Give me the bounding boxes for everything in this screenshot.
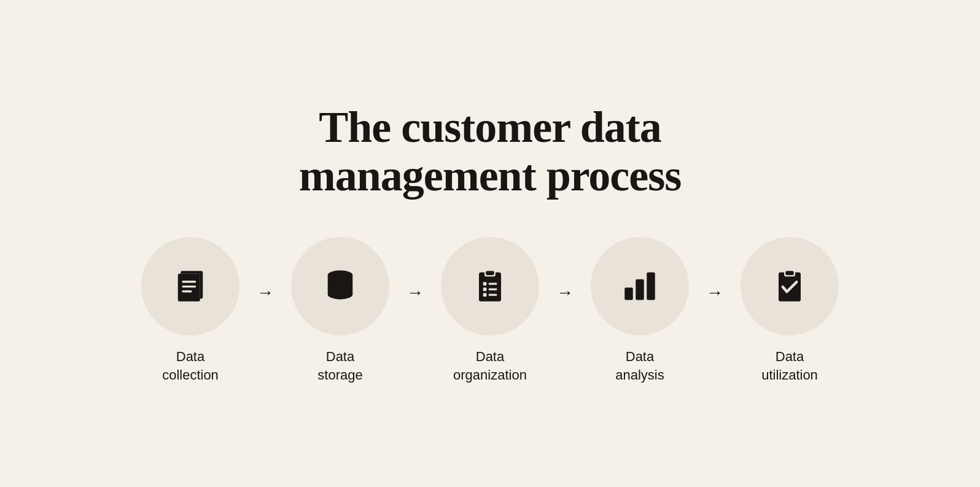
svg-rect-15 (486, 271, 494, 275)
circle-storage (291, 237, 389, 335)
step-storage: Data storage (279, 237, 402, 384)
svg-rect-22 (624, 287, 633, 300)
svg-rect-19 (489, 288, 497, 290)
clipboard-check-icon (768, 264, 812, 308)
svg-rect-5 (182, 290, 192, 292)
svg-rect-18 (483, 287, 487, 291)
step-analysis: Data analysis (578, 237, 701, 384)
circle-organization (441, 237, 539, 335)
svg-rect-17 (489, 282, 497, 284)
label-collection: Data collection (162, 348, 219, 384)
database-icon (318, 264, 362, 308)
page-title: The customer data management process (299, 103, 682, 200)
svg-rect-13 (479, 273, 501, 302)
bar-chart-icon (618, 264, 662, 308)
circle-collection (141, 237, 239, 335)
arrow-1: → (257, 282, 274, 302)
svg-rect-3 (182, 281, 196, 282)
svg-point-12 (328, 290, 353, 300)
svg-rect-4 (182, 286, 196, 287)
arrow-2: → (406, 282, 424, 302)
label-organization: Data organization (453, 348, 527, 384)
process-flow: Data collection → Data storage → (129, 237, 851, 384)
svg-rect-23 (636, 279, 644, 300)
svg-rect-27 (785, 271, 794, 275)
svg-rect-20 (483, 293, 487, 297)
label-storage: Data storage (317, 348, 362, 384)
label-analysis: Data analysis (615, 348, 664, 384)
label-utilization: Data utilization (761, 348, 818, 384)
arrow-4: → (706, 282, 723, 302)
documents-icon (168, 264, 212, 308)
step-organization: Data organization (429, 237, 551, 384)
circle-analysis (591, 237, 689, 335)
circle-utilization (741, 237, 839, 335)
clipboard-list-icon (468, 264, 512, 308)
step-collection: Data collection (129, 237, 252, 384)
svg-rect-21 (489, 294, 497, 295)
svg-rect-24 (647, 273, 655, 300)
arrow-3: → (556, 282, 574, 302)
step-utilization: Data utilization (728, 237, 851, 384)
svg-rect-16 (483, 282, 487, 286)
